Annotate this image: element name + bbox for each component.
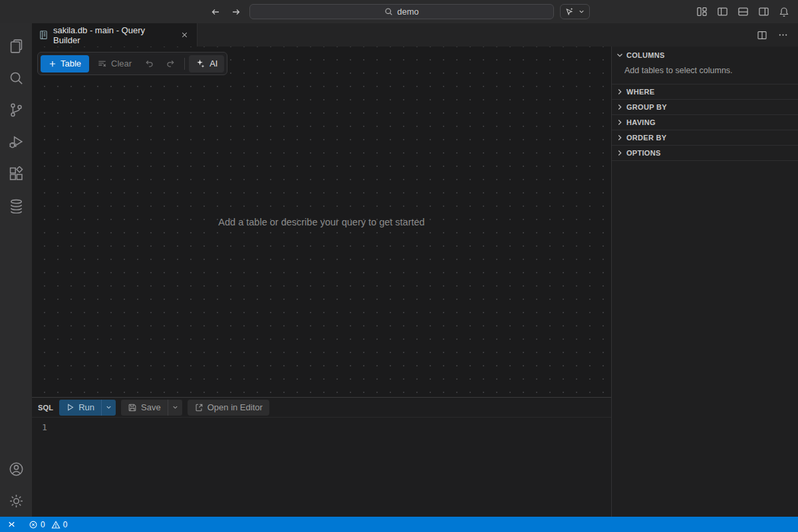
close-icon[interactable] (178, 29, 190, 41)
activity-bar-item-source-control[interactable] (0, 94, 32, 126)
columns-hint: Add tables to select columns. (612, 64, 798, 84)
debug-icon (9, 134, 24, 150)
clear-button[interactable]: Clear (91, 55, 138, 72)
ai-button[interactable]: AI (189, 55, 224, 72)
split-editor-icon[interactable] (757, 30, 767, 41)
sparkle-icon (196, 59, 205, 68)
chevron-right-icon (615, 87, 624, 96)
activity-bar-item-explorer[interactable] (0, 30, 32, 62)
save-label: Save (141, 402, 161, 412)
add-table-label: Table (61, 59, 81, 68)
section-columns[interactable]: COLUMNS (612, 47, 798, 64)
warning-icon (51, 520, 61, 529)
command-center-search[interactable]: demo (249, 4, 554, 19)
warning-count: 0 (63, 520, 68, 529)
gear-icon (9, 493, 24, 509)
bell-icon[interactable] (777, 5, 791, 19)
toggle-primary-sidebar-icon[interactable] (715, 5, 730, 19)
chevron-down-icon (615, 51, 624, 60)
undo-icon[interactable] (140, 55, 159, 72)
section-order-by-label: ORDER BY (626, 134, 666, 142)
plus-icon (49, 60, 57, 68)
query-builder-canvas[interactable]: Table Clear (32, 47, 611, 397)
sql-panel-header: SQL Run (32, 398, 611, 418)
save-split-button: Save (121, 400, 182, 416)
chevron-right-icon (615, 133, 624, 142)
activity-bar-item-account[interactable] (0, 453, 32, 485)
section-having-label: HAVING (626, 118, 656, 126)
save-icon (128, 403, 137, 412)
tab-bar: sakila.db - main - Query Builder (32, 23, 798, 47)
tab-label: sakila.db - main - Query Builder (53, 25, 174, 45)
section-group-by-label: GROUP BY (626, 103, 667, 111)
toolbar-divider (184, 58, 185, 70)
clear-all-icon (97, 59, 107, 68)
customize-layout-icon[interactable] (694, 5, 709, 19)
title-bar: demo (0, 0, 798, 23)
line-number: 1 (32, 422, 57, 432)
save-options-chevron[interactable] (168, 400, 182, 416)
clear-label: Clear (111, 59, 132, 68)
toggle-panel-icon[interactable] (735, 5, 750, 19)
source-control-icon (9, 102, 24, 118)
search-value: demo (397, 7, 419, 17)
add-table-button[interactable]: Table (41, 55, 89, 72)
search-icon (384, 7, 393, 16)
database-icon (9, 198, 24, 213)
remote-icon (7, 519, 17, 529)
extensions-icon (9, 166, 24, 182)
activity-bar (0, 23, 32, 517)
activity-bar-item-debug[interactable] (0, 126, 32, 158)
files-icon (9, 39, 24, 54)
chevron-right-icon (615, 118, 624, 127)
status-bar: 0 0 (0, 517, 798, 532)
section-group-by[interactable]: GROUP BY (612, 99, 798, 114)
activity-bar-item-search[interactable] (0, 62, 32, 94)
back-icon[interactable] (208, 5, 223, 19)
toggle-secondary-sidebar-icon[interactable] (756, 5, 771, 19)
remote-indicator[interactable] (0, 517, 23, 532)
canvas-empty-message: Add a table or describe your query to ge… (218, 217, 424, 227)
account-icon (9, 462, 24, 477)
run-button[interactable]: Run (59, 400, 101, 416)
activity-bar-item-settings[interactable] (0, 485, 32, 517)
open-in-editor-label: Open in Editor (207, 402, 263, 412)
section-where-label: WHERE (626, 88, 654, 96)
problems-indicator[interactable]: 0 0 (23, 517, 76, 532)
app-window: demo (0, 0, 798, 532)
section-having[interactable]: HAVING (612, 114, 798, 130)
sql-editor[interactable]: 1 (32, 418, 611, 517)
save-button[interactable]: Save (121, 400, 168, 416)
redo-icon[interactable] (161, 55, 180, 72)
open-in-editor-button[interactable]: Open in Editor (188, 400, 269, 416)
error-icon (29, 520, 38, 529)
open-file-icon (194, 403, 203, 412)
chevron-right-icon (615, 148, 624, 158)
activity-bar-item-database[interactable] (0, 190, 32, 221)
tab-query-builder[interactable]: sakila.db - main - Query Builder (32, 23, 198, 47)
error-count: 0 (41, 520, 45, 529)
run-label: Run (78, 402, 94, 412)
sidebar-header-actions (757, 23, 798, 47)
copilot-button[interactable] (560, 4, 590, 19)
query-builder-file-icon (39, 30, 49, 40)
run-split-button: Run (59, 400, 116, 416)
play-icon (66, 403, 74, 412)
chevron-down-icon (578, 8, 585, 15)
activity-bar-item-extensions[interactable] (0, 158, 32, 190)
query-builder-toolbar: Table Clear (37, 52, 227, 75)
section-options[interactable]: OPTIONS (612, 145, 798, 161)
section-columns-label: COLUMNS (626, 51, 665, 59)
more-actions-icon[interactable] (778, 30, 788, 40)
sql-label: SQL (38, 404, 53, 412)
copilot-icon (565, 7, 575, 17)
search-icon (9, 70, 24, 86)
section-where[interactable]: WHERE (612, 84, 798, 99)
section-order-by[interactable]: ORDER BY (612, 130, 798, 145)
sql-panel: SQL Run (32, 397, 611, 517)
run-options-chevron[interactable] (101, 400, 116, 416)
chevron-right-icon (615, 102, 624, 112)
forward-icon[interactable] (229, 5, 243, 19)
section-options-label: OPTIONS (626, 149, 661, 157)
query-builder-sidebar: COLUMNS Add tables to select columns. WH… (611, 47, 798, 517)
